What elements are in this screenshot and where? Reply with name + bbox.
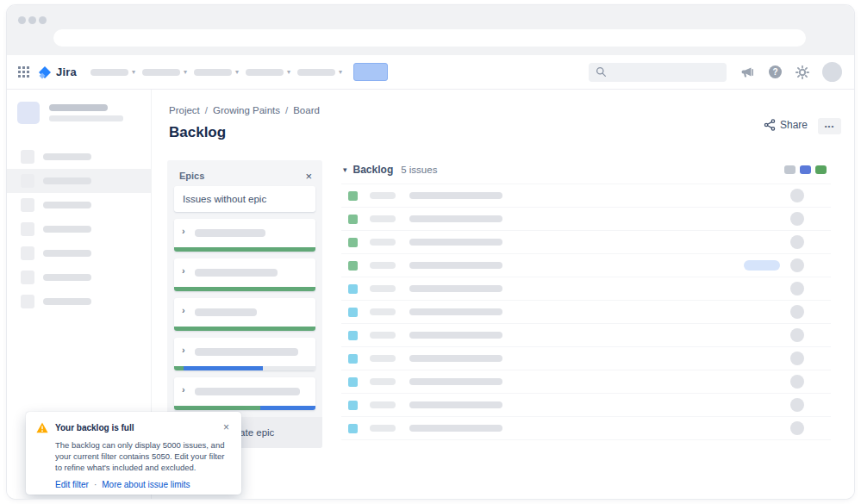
nav-menu-item-skeleton[interactable]: ▾ [90,69,135,76]
chevron-down-icon: ▾ [235,69,239,76]
help-icon[interactable]: ? [769,65,782,78]
backlog-issue-row[interactable] [341,324,831,347]
assignee-avatar[interactable] [790,212,804,226]
chevron-right-icon[interactable]: › [182,227,185,236]
nav-menu-item-skeleton[interactable]: ▾ [142,69,187,76]
row-right-group [790,235,804,249]
flag-header: Your backlog is full × [36,422,229,433]
link-separator: · [94,480,97,489]
status-pill-blue [800,165,811,174]
issue-summary-skeleton [409,215,502,222]
backlog-section: ▾ Backlog 5 issues [341,160,831,440]
epic-progress-bar [174,366,315,370]
assignee-avatar[interactable] [790,305,804,319]
window-control-dot[interactable] [28,16,36,24]
backlog-issue-row[interactable] [341,370,831,394]
backlog-issue-row[interactable] [341,417,831,440]
profile-avatar[interactable] [822,62,842,82]
epic-name-skeleton [195,308,257,316]
app-switcher-icon[interactable] [17,65,30,78]
row-right-group [790,421,804,435]
epic-name-skeleton [195,229,265,237]
project-name-skeleton [49,104,108,111]
epic-progress-bar [174,287,315,291]
epic-card[interactable]: › [174,338,315,370]
chevron-right-icon[interactable]: › [182,306,185,315]
backlog-issue-row[interactable] [341,231,831,254]
edit-filter-link[interactable]: Edit filter [55,480,89,489]
story-type-icon [348,191,358,201]
close-icon[interactable]: × [305,171,312,182]
sidebar-item-label-skeleton [43,298,91,305]
issue-summary-skeleton [409,192,502,199]
task-type-icon [348,284,358,294]
breadcrumb-project[interactable]: Project [169,105,200,115]
sidebar-item-label-skeleton [43,177,91,184]
flag-body-text: The backlog can only display 5000 issues… [55,439,232,473]
chevron-down-icon: ▾ [132,69,135,76]
epic-card[interactable]: › [174,258,315,291]
breadcrumb-project-name[interactable]: Growing Paints [213,105,280,115]
backlog-issue-row[interactable] [341,301,831,324]
story-type-icon [348,261,358,271]
chevron-right-icon[interactable]: › [182,385,185,395]
warning-icon [36,422,48,433]
window-control-dot[interactable] [39,16,47,24]
jira-logo[interactable]: Jira [38,65,77,79]
backlog-full-flag: Your backlog is full × The backlog can o… [26,412,241,495]
chevron-right-icon[interactable]: › [182,266,185,276]
epic-card[interactable]: › [174,377,315,410]
issue-limits-link[interactable]: More about issue limits [102,480,190,489]
sidebar-item-skeleton[interactable] [7,241,151,265]
backlog-issue-row[interactable] [341,394,831,417]
assignee-avatar[interactable] [790,235,804,249]
progress-segment-green [174,366,184,370]
assignee-avatar[interactable] [790,398,804,412]
issue-summary-skeleton [409,239,502,246]
assignee-avatar[interactable] [790,375,804,389]
sidebar-item-skeleton[interactable] [7,217,151,241]
backlog-issue-count: 5 issues [401,165,437,175]
backlog-issue-row[interactable] [341,208,831,231]
assignee-avatar[interactable] [790,282,804,296]
backlog-issue-row[interactable] [341,184,831,208]
assignee-avatar[interactable] [790,421,804,435]
chevron-down-icon[interactable]: ▾ [343,165,347,174]
sidebar-item-skeleton[interactable] [7,193,151,217]
sidebar-item-skeleton[interactable] [7,265,151,289]
chevron-right-icon[interactable]: › [182,345,185,355]
sidebar-item-skeleton[interactable] [7,169,151,193]
backlog-issue-row[interactable] [341,277,831,301]
issue-key-skeleton [370,308,396,315]
backlog-issue-row[interactable] [341,254,831,277]
app-header: Jira ▾▾▾▾▾ ? [7,55,854,90]
sidebar-item-skeleton[interactable] [7,289,151,314]
sidebar-item-icon-skeleton [21,174,34,188]
nav-menu-item-skeleton[interactable]: ▾ [246,69,290,76]
address-bar[interactable] [53,29,806,47]
epic-card[interactable]: › [174,219,315,252]
assignee-avatar[interactable] [790,258,804,272]
assignee-avatar[interactable] [790,328,804,342]
nav-label-skeleton [194,69,232,76]
sidebar-item-label-skeleton [43,274,91,281]
breadcrumb-board[interactable]: Board [293,105,320,115]
announcement-icon[interactable] [739,65,755,80]
sidebar-item-skeleton[interactable] [7,145,151,169]
task-type-icon [348,354,358,364]
epic-card[interactable]: › [174,298,315,331]
assignee-avatar[interactable] [790,189,804,202]
share-button[interactable]: Share [764,119,808,131]
nav-menu-item-skeleton[interactable]: ▾ [194,69,239,76]
epics-panel-header: Epics × [174,165,315,186]
search-input[interactable] [589,63,727,82]
more-actions-button[interactable]: ••• [818,118,841,134]
issues-without-epic-item[interactable]: Issues without epic [174,186,315,212]
window-control-dot[interactable] [18,16,26,24]
close-icon[interactable]: × [223,422,229,432]
backlog-issue-row[interactable] [341,347,831,370]
assignee-avatar[interactable] [790,352,804,365]
settings-icon[interactable] [795,65,810,80]
create-button-skeleton[interactable] [353,63,388,81]
nav-menu-item-skeleton[interactable]: ▾ [297,69,342,76]
